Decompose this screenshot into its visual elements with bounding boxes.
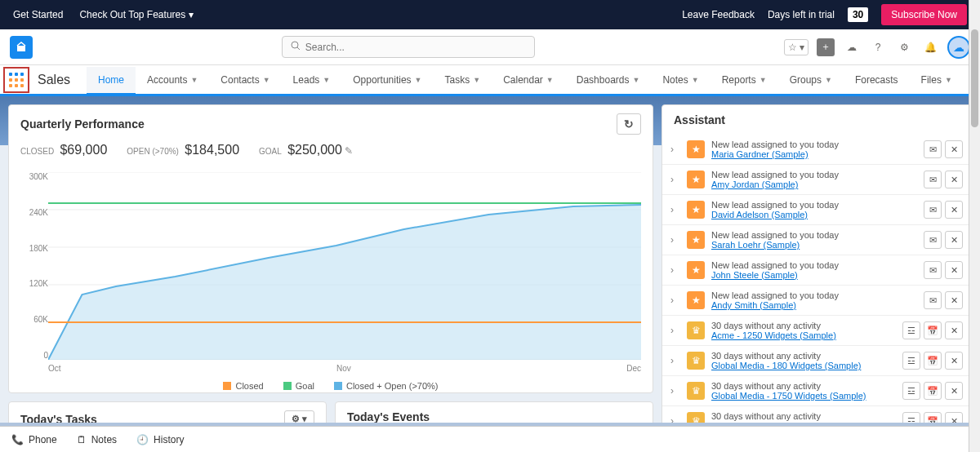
assistant-item: ›♛30 days without any activityGlobal Med… <box>662 375 971 405</box>
assist-link[interactable]: David Adelson (Sample) <box>711 210 917 219</box>
nav-tab-leads[interactable]: Leads▼ <box>282 65 342 94</box>
expand-chevron-icon[interactable]: › <box>670 234 680 246</box>
close-icon-button[interactable]: ✕ <box>945 261 963 279</box>
cal-icon-button[interactable]: 📅 <box>924 412 942 423</box>
refresh-button[interactable]: ↻ <box>617 113 641 135</box>
expand-chevron-icon[interactable]: › <box>670 325 680 336</box>
setup-gear-icon[interactable]: ⚙ <box>895 38 913 56</box>
tasks-title: Today's Tasks <box>20 413 97 423</box>
lead-icon: ★ <box>687 201 705 219</box>
assist-link[interactable]: Sarah Loehr (Sample) <box>711 240 917 250</box>
edit-goal-pencil-icon[interactable]: ✎ <box>345 145 353 157</box>
expand-chevron-icon[interactable]: › <box>670 295 680 306</box>
svg-line-2 <box>297 47 300 50</box>
nav-tab-home[interactable]: Home <box>87 67 136 95</box>
assist-link[interactable]: John Steele (Sample) <box>711 270 917 280</box>
expand-chevron-icon[interactable]: › <box>670 144 680 155</box>
help-icon[interactable]: ? <box>869 38 887 56</box>
nav-tab-groups[interactable]: Groups▼ <box>778 65 844 94</box>
task-icon-button[interactable]: ☲ <box>902 412 920 423</box>
assist-link[interactable]: Global Media - 1750 Widgets (Sample) <box>711 391 896 401</box>
cal-icon-button[interactable]: 📅 <box>924 352 942 370</box>
chevron-down-icon: ▼ <box>546 76 554 84</box>
task-icon-button[interactable]: ☲ <box>902 382 920 400</box>
close-icon-button[interactable]: ✕ <box>945 231 963 249</box>
tasks-filter-button[interactable]: ⚙ ▾ <box>284 410 314 423</box>
legend-item: Closed + Open (>70%) <box>334 381 439 391</box>
assist-link[interactable]: Andy Smith (Sample) <box>711 300 917 310</box>
subscribe-button[interactable]: Subscribe Now <box>881 4 967 25</box>
chevron-down-icon: ▼ <box>323 76 330 84</box>
chevron-down-icon: ▼ <box>632 76 639 84</box>
assistant-item: ›★New lead assigned to you todayJohn Ste… <box>662 255 971 285</box>
assistant-item: ›★New lead assigned to you todayDavid Ad… <box>662 194 971 224</box>
get-started-link[interactable]: Get Started <box>13 9 63 20</box>
assistant-title: Assistant <box>674 113 725 126</box>
app-name-label: Sales <box>38 73 70 87</box>
task-icon-button[interactable]: ☲ <box>902 352 920 370</box>
global-header: ☆ ▾ ＋ ☁ ? ⚙ 🔔 ☁ <box>0 29 980 65</box>
assist-link[interactable]: Global Media - 180 Widgets (Sample) <box>711 361 896 370</box>
assist-link[interactable]: Maria Gardner (Sample) <box>711 149 917 159</box>
svg-rect-0 <box>17 46 25 51</box>
add-button[interactable]: ＋ <box>817 38 835 56</box>
search-input[interactable] <box>305 42 526 53</box>
assist-link[interactable]: Amy Jordan (Sample) <box>711 179 917 189</box>
nav-tab-contacts[interactable]: Contacts▼ <box>209 65 281 94</box>
expand-chevron-icon[interactable]: › <box>670 415 680 423</box>
close-icon-button[interactable]: ✕ <box>945 291 963 309</box>
expand-chevron-icon[interactable]: › <box>670 174 680 185</box>
salesforce-help-icon[interactable]: ☁ <box>843 38 861 56</box>
close-icon-button[interactable]: ✕ <box>945 171 963 188</box>
trial-topbar: Get Started Check Out Top Features ▾ Lea… <box>0 0 980 29</box>
assist-link[interactable]: Acme - 1250 Widgets (Sample) <box>711 330 896 340</box>
close-icon-button[interactable]: ✕ <box>945 201 963 219</box>
mail-icon-button[interactable]: ✉ <box>924 291 942 309</box>
global-search[interactable] <box>282 36 535 58</box>
app-launcher-button[interactable] <box>3 67 29 93</box>
mail-icon-button[interactable]: ✉ <box>924 171 942 188</box>
mail-icon-button[interactable]: ✉ <box>924 231 942 249</box>
svg-point-1 <box>292 42 298 48</box>
task-icon-button[interactable]: ☲ <box>902 321 920 339</box>
nav-tab-opportunities[interactable]: Opportunities▼ <box>341 65 433 94</box>
chevron-down-icon: ▼ <box>190 76 198 84</box>
expand-chevron-icon[interactable]: › <box>670 385 680 397</box>
nav-tab-calendar[interactable]: Calendar▼ <box>492 65 565 94</box>
favorites-button[interactable]: ☆ ▾ <box>784 39 808 55</box>
leave-feedback-link[interactable]: Leave Feedback <box>682 9 755 20</box>
close-icon-button[interactable]: ✕ <box>945 352 963 370</box>
cal-icon-button[interactable]: 📅 <box>924 321 942 339</box>
mail-icon-button[interactable]: ✉ <box>924 201 942 219</box>
user-avatar[interactable]: ☁ <box>947 36 970 59</box>
assist-desc: New lead assigned to you today <box>711 230 917 240</box>
lead-icon: ★ <box>687 261 705 279</box>
cal-icon-button[interactable]: 📅 <box>924 382 942 400</box>
chevron-down-icon: ▼ <box>415 76 422 84</box>
close-icon-button[interactable]: ✕ <box>945 321 963 339</box>
nav-tab-accounts[interactable]: Accounts▼ <box>136 65 209 94</box>
todays-tasks-card: Today's Tasks ⚙ ▾ <box>8 401 327 423</box>
notifications-bell-icon[interactable]: 🔔 <box>921 38 939 56</box>
assistant-item: ›★New lead assigned to you todayAmy Jord… <box>662 164 971 194</box>
close-icon-button[interactable]: ✕ <box>945 412 963 423</box>
nav-tab-reports[interactable]: Reports▼ <box>710 65 778 94</box>
expand-chevron-icon[interactable]: › <box>670 264 680 276</box>
nav-tab-dashboards[interactable]: Dashboards▼ <box>565 65 652 94</box>
nav-tab-files[interactable]: Files▼ <box>910 65 964 94</box>
top-features-link[interactable]: Check Out Top Features ▾ <box>79 9 193 20</box>
trial-days-label: Days left in trial <box>768 9 835 20</box>
nav-tab-notes[interactable]: Notes▼ <box>651 65 710 94</box>
assist-link[interactable]: salesforce.com - 200 Widgets (Sample) <box>711 421 896 423</box>
mail-icon-button[interactable]: ✉ <box>924 261 942 279</box>
expand-chevron-icon[interactable]: › <box>670 204 680 215</box>
expand-chevron-icon[interactable]: › <box>670 355 680 366</box>
scrollbar-thumb[interactable] <box>971 29 978 127</box>
opportunity-icon: ♛ <box>687 352 705 370</box>
nav-tab-tasks[interactable]: Tasks▼ <box>434 65 492 94</box>
nav-tab-forecasts[interactable]: Forecasts <box>844 65 910 94</box>
close-icon-button[interactable]: ✕ <box>945 140 963 158</box>
mail-icon-button[interactable]: ✉ <box>924 140 942 158</box>
close-icon-button[interactable]: ✕ <box>945 382 963 400</box>
vertical-scrollbar[interactable] <box>969 0 980 423</box>
